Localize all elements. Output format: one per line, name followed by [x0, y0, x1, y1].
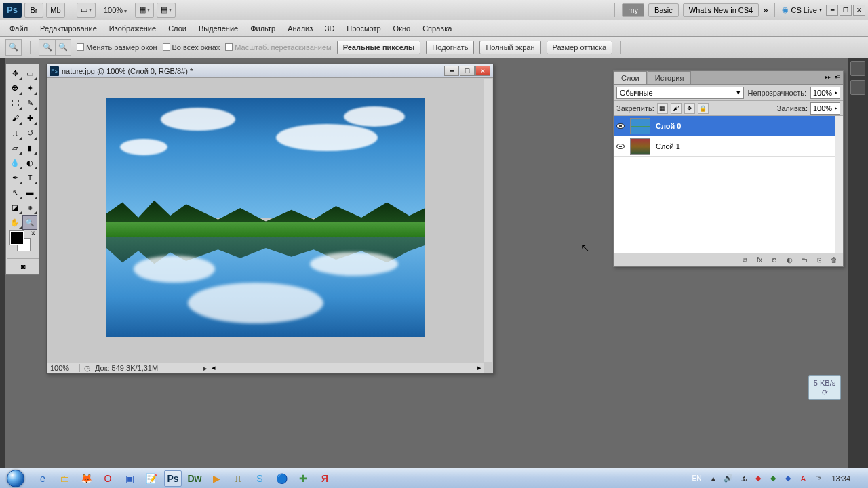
doc-close-button[interactable]: ✕ [475, 66, 490, 76]
menu-image[interactable]: Изображение [104, 22, 161, 35]
delete-layer-icon[interactable]: 🗑 [828, 255, 840, 266]
3d-tool[interactable]: ◪ [7, 200, 22, 215]
eyedropper-tool[interactable]: ✎ [22, 96, 37, 110]
left-dock-strip[interactable] [0, 58, 5, 468]
foreground-color[interactable] [10, 231, 24, 245]
doc-horizontal-scrollbar[interactable]: ◂▸ [210, 363, 484, 373]
screen-mode-button[interactable]: ▭ [77, 3, 96, 18]
language-indicator[interactable]: EN [690, 473, 705, 483]
new-group-icon[interactable]: 🗀 [798, 255, 810, 266]
layer-name[interactable]: Слой 0 [653, 122, 684, 130]
lock-position-icon[interactable]: ✥ [684, 103, 695, 114]
document-canvas[interactable] [106, 98, 425, 337]
link-layers-icon[interactable]: ⧉ [738, 255, 751, 266]
taskbar-media-icon[interactable]: ▶ [208, 470, 225, 487]
status-menu-icon[interactable] [203, 364, 208, 373]
visibility-toggle[interactable] [614, 116, 627, 136]
layer-list-scrollbar[interactable] [835, 116, 843, 253]
tab-layers[interactable]: Слои [614, 71, 647, 84]
eraser-tool[interactable]: ▱ [7, 140, 22, 155]
menu-window[interactable]: Окно [388, 22, 416, 35]
taskbar-app1-icon[interactable]: ▣ [121, 470, 138, 487]
dock-icon-1[interactable] [850, 61, 865, 76]
full-screen-button[interactable]: Полный экран [479, 41, 540, 54]
print-size-button[interactable]: Размер оттиска [547, 41, 613, 54]
status-info-icon[interactable]: ◷ [84, 364, 91, 373]
gradient-tool[interactable]: ▮ [22, 140, 37, 155]
arrange-docs-button[interactable]: ▦ [135, 3, 154, 18]
blend-mode-select[interactable]: Обычные ▾ [616, 87, 744, 99]
swap-colors-icon[interactable]: ⤭ [31, 230, 36, 237]
panel-collapse-icon[interactable]: ▸▸ [824, 73, 832, 81]
doc-maximize-button[interactable]: ☐ [460, 66, 475, 76]
layer-thumbnail[interactable] [630, 118, 650, 134]
taskbar-firefox-icon[interactable]: 🦊 [77, 470, 95, 487]
workspace-more-icon[interactable]: » [763, 5, 768, 15]
menu-help[interactable]: Справка [417, 22, 457, 35]
tray-app3-icon[interactable]: ◆ [783, 473, 793, 484]
layer-name[interactable]: Слой 1 [653, 142, 683, 150]
new-layer-icon[interactable]: ⎘ [813, 255, 825, 266]
fit-screen-button[interactable]: Подогнать [426, 41, 474, 54]
taskbar-explorer-icon[interactable]: 🗀 [56, 470, 73, 487]
tray-up-icon[interactable]: ▴ [708, 473, 719, 484]
layer-item[interactable]: Слой 1 [614, 136, 843, 157]
zoom-tool[interactable]: 🔍 [22, 215, 37, 230]
tray-volume-icon[interactable]: 🔊 [723, 473, 734, 484]
menu-edit[interactable]: Редактирование [35, 22, 102, 35]
opacity-input[interactable]: 100%▸ [810, 87, 840, 99]
move-tool[interactable]: ✥ [7, 66, 22, 81]
lasso-tool[interactable]: ⴲ [7, 81, 22, 96]
tray-app1-icon[interactable]: ◆ [753, 473, 764, 484]
crop-tool[interactable]: ⛶ [7, 96, 22, 110]
doc-vertical-scrollbar[interactable] [484, 79, 492, 362]
current-tool-icon[interactable]: 🔍 [5, 39, 22, 56]
visibility-toggle[interactable] [614, 136, 627, 156]
document-canvas-area[interactable] [47, 78, 493, 363]
type-tool[interactable]: T [22, 170, 37, 185]
taskbar-ie-icon[interactable]: e [34, 470, 52, 487]
lock-all-icon[interactable]: 🔒 [698, 103, 709, 114]
taskbar-clock[interactable]: 13:34 [827, 474, 854, 483]
adjustment-layer-icon[interactable]: ◐ [783, 255, 795, 266]
menu-layer[interactable]: Слои [163, 22, 192, 35]
quick-mask-button[interactable]: ◙ [7, 258, 39, 273]
extras-button[interactable]: ▤ [157, 3, 176, 18]
app-close-button[interactable]: ✕ [853, 5, 865, 16]
taskbar-photoshop-icon[interactable]: Ps [164, 470, 182, 487]
cslive-button[interactable]: ◉ CS Live ▾ [782, 5, 822, 14]
taskbar-chrome-icon[interactable]: 🔵 [273, 470, 290, 487]
bridge-button[interactable]: Br [24, 3, 43, 18]
dock-icon-2[interactable] [850, 80, 865, 95]
actual-pixels-button[interactable]: Реальные пикселы [337, 41, 421, 54]
all-windows-checkbox[interactable]: Во всех окнах [163, 43, 220, 52]
doc-minimize-button[interactable]: ━ [444, 66, 459, 76]
workspace-basic[interactable]: Basic [648, 3, 679, 17]
zoom-in-icon[interactable]: 🔍 [39, 39, 55, 56]
status-zoom[interactable]: 100% [50, 364, 80, 372]
network-widget[interactable]: 5 KB/s ⟳ [808, 375, 841, 400]
document-titlebar[interactable]: Ps nature.jpg @ 100% (Слой 0, RGB/8#) * … [47, 64, 493, 78]
layer-mask-icon[interactable]: ◘ [768, 255, 781, 266]
clone-tool[interactable]: ⎍ [7, 125, 22, 140]
taskbar-notes-icon[interactable]: 📝 [142, 470, 160, 487]
menu-select[interactable]: Выделение [193, 22, 243, 35]
tray-network-icon[interactable]: 🖧 [738, 473, 749, 484]
zoom-out-icon[interactable]: 🔍 [55, 39, 71, 56]
panel-menu-icon[interactable]: ▾≡ [833, 73, 842, 81]
tray-flag-icon[interactable]: 🏳 [812, 473, 823, 484]
workspace-whatsnew[interactable]: What's New in CS4 [683, 3, 759, 17]
blur-tool[interactable]: 💧 [7, 155, 22, 170]
lock-transparency-icon[interactable]: ▦ [657, 103, 668, 114]
taskbar-skype-icon[interactable]: S [251, 470, 269, 487]
layer-thumbnail[interactable] [630, 138, 650, 155]
menu-view[interactable]: Просмотр [341, 22, 386, 35]
layer-style-icon[interactable]: fx [753, 255, 766, 266]
taskbar-dreamweaver-icon[interactable]: Dw [186, 470, 203, 487]
taskbar-app3-icon[interactable]: ✚ [294, 470, 312, 487]
app-minimize-button[interactable]: ━ [826, 5, 838, 16]
menu-analysis[interactable]: Анализ [282, 22, 318, 35]
menu-file[interactable]: Файл [4, 22, 33, 35]
wand-tool[interactable]: ✦ [22, 81, 37, 96]
menu-filter[interactable]: Фильтр [245, 22, 281, 35]
